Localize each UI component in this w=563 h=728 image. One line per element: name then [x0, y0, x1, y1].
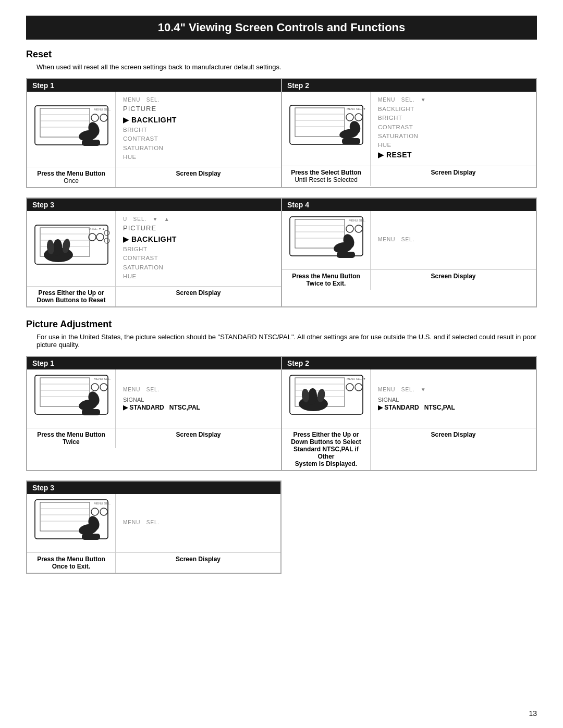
- reset-step-1-header: Step 1: [27, 79, 281, 92]
- reset-step-4-header: Step 4: [282, 199, 536, 211]
- reset-step-2-caption-sub: Until Reset is Selected: [295, 176, 358, 183]
- picture-step-2-caption-left: Press Either the Up or Down Buttons to S…: [282, 428, 371, 470]
- reset-step-2-header: Step 2: [282, 79, 536, 92]
- reset-step-1-display: MENU SEL. PICTURE BACKLIGHT BRIGHT CONTR…: [116, 92, 281, 167]
- svg-text:MENU  SEL.  ▼: MENU SEL. ▼: [347, 377, 365, 380]
- reset-step-1-caption-right: Screen Display: [116, 167, 281, 187]
- svg-point-42: [346, 225, 353, 232]
- picture-step-1-signal-selected: ▶ STANDARD NTSC,PAL: [123, 404, 274, 411]
- reset-step-2-bottom: Press the Select Button Until Reset is S…: [282, 166, 536, 186]
- reset-step-2-display: MENU SEL. ▼ BACKLIGHT BRIGHT CONTRAST SA…: [371, 92, 536, 166]
- reset-steps-row2: Step 3 U SEL. ▼ ▲: [26, 198, 537, 307]
- picture-step-1-caption-right: Screen Display: [116, 428, 281, 448]
- reset-step-2-content: MENU SEL. ▼ MENU SEL. ▼ BACKLIGHT BRIGHT…: [282, 92, 536, 166]
- picture-step-2-caption-line4: System is Displayed.: [295, 460, 357, 467]
- picture-step-3-hand: MENU SEL.: [27, 494, 116, 552]
- page-title: 10.4" Viewing Screen Controls and Functi…: [26, 16, 537, 40]
- picture-step-3-content: MENU SEL. MENU SEL.: [27, 494, 280, 552]
- reset-step-3: Step 3 U SEL. ▼ ▲: [27, 198, 282, 307]
- device-hand-svg-p3: MENU SEL.: [32, 497, 111, 549]
- reset-step-2-item-contrast: CONTRAST: [378, 123, 529, 132]
- svg-rect-12: [295, 108, 345, 137]
- picture-step-3-caption-sub: Once to Exit.: [52, 563, 90, 570]
- reset-step-1: Step 1 MENU SEL.: [27, 79, 282, 188]
- reset-step-4-caption-left: Press the Menu Button Twice to Exit.: [282, 270, 371, 290]
- picture-step-2-header: Step 2: [282, 357, 536, 369]
- picture-step-3-screen-label: Screen Display: [176, 556, 221, 563]
- picture-step-3-bottom: Press the Menu Button Once to Exit. Scre…: [27, 552, 280, 573]
- svg-rect-57: [82, 409, 100, 415]
- device-hand-svg-3: U SEL. ▼ ▲: [32, 223, 111, 275]
- picture-step-3-header: Step 3: [27, 482, 280, 494]
- reset-step-1-item-hue: HUE: [123, 153, 274, 162]
- reset-step-1-caption-main: Press the Menu Button: [37, 170, 105, 177]
- picture-steps-row2: Step 3 MENU SEL.: [26, 480, 282, 574]
- svg-point-18: [355, 114, 362, 121]
- reset-step-3-bottom: Press Either the Up or Down Buttons to R…: [27, 286, 281, 306]
- reset-step-3-hand: U SEL. ▼ ▲: [27, 211, 116, 286]
- picture-steps-row1: Step 1 MENU SEL.: [26, 356, 537, 471]
- reset-step-3-caption-sub: Down Buttons to Reset: [37, 297, 106, 304]
- reset-step-1-bottom: Press the Menu Button Once Screen Displa…: [27, 167, 281, 187]
- reset-step-3-item-backlight: BACKLIGHT: [123, 234, 274, 245]
- reset-step-2-screen-label: Screen Display: [431, 169, 475, 176]
- svg-point-7: [100, 114, 107, 121]
- picture-step-2-caption-line2: Down Buttons to Select: [291, 438, 361, 446]
- reset-step-3-screen-label: Screen Display: [176, 289, 221, 297]
- reset-step-3-display: U SEL. ▼ ▲ PICTURE BACKLIGHT BRIGHT CONT…: [116, 211, 281, 286]
- picture-step-2-screen-label: Screen Display: [431, 431, 475, 438]
- reset-step-1-menu-title: PICTURE: [123, 105, 274, 113]
- reset-step-1-content: MENU SEL. MENU SEL. PICTURE BACKLIGHT BR…: [27, 92, 281, 167]
- svg-rect-21: [342, 138, 360, 144]
- reset-step-4-screen-label: Screen Display: [431, 273, 475, 280]
- svg-text:MENU  SEL.: MENU SEL.: [94, 108, 111, 111]
- picture-step-1-content: MENU SEL. MENU SEL. SIGNAL ▶ STANDARD NT…: [27, 369, 281, 428]
- reset-step-2: Step 2 MENU SEL. ▼: [282, 79, 536, 188]
- svg-text:MENU  SEL.  ▼: MENU SEL. ▼: [347, 107, 365, 110]
- svg-rect-10: [82, 140, 100, 146]
- svg-point-6: [91, 114, 99, 121]
- reset-step-3-caption-main: Press Either the Up or: [38, 289, 104, 297]
- reset-step-3-content: U SEL. ▼ ▲ U SEL. ▼ ▲ PIC: [27, 211, 281, 286]
- picture-step-3: Step 3 MENU SEL.: [27, 481, 281, 573]
- reset-step-4: Step 4 MENU SEL.: [282, 198, 536, 307]
- picture-step-2-hand: MENU SEL. ▼: [282, 369, 371, 428]
- svg-rect-36: [290, 217, 363, 256]
- reset-section-title: Reset: [26, 49, 537, 60]
- device-hand-svg-p2: MENU SEL. ▼: [287, 373, 365, 425]
- reset-step-2-caption-main: Press the Select Button: [291, 169, 361, 176]
- picture-step-1-hand: MENU SEL.: [27, 369, 116, 428]
- reset-step-1-caption-left: Press the Menu Button Once: [27, 167, 116, 187]
- picture-step-2-display: MENU SEL. ▼ SIGNAL ▶ STANDARD NTSC,PAL: [371, 369, 536, 428]
- reset-step-1-item-contrast: CONTRAST: [123, 134, 274, 143]
- picture-step-1-screen-label: Screen Display: [176, 431, 221, 438]
- reset-step-2-caption-right: Screen Display: [371, 166, 536, 186]
- picture-step-3-caption-left: Press the Menu Button Once to Exit.: [27, 553, 116, 573]
- svg-point-64: [346, 384, 353, 391]
- picture-step-1-signal-label: SIGNAL: [123, 397, 274, 403]
- svg-rect-37: [295, 219, 345, 248]
- reset-step-3-item-contrast: CONTRAST: [123, 254, 274, 263]
- device-hand-svg-4: MENU SEL.: [287, 214, 365, 266]
- svg-rect-80: [82, 534, 100, 540]
- reset-step-1-screen-label: Screen Display: [176, 170, 221, 177]
- device-hand-svg-p1: MENU SEL.: [32, 373, 111, 425]
- picture-section-desc: For use in the United States, the pictur…: [36, 333, 537, 349]
- reset-step-4-caption-main: Press the Menu Button: [292, 273, 360, 280]
- page-number: 13: [529, 709, 537, 718]
- svg-point-31: [104, 238, 109, 243]
- picture-step-2-caption-line3: Standard NTSC,PAL if Other: [293, 446, 359, 460]
- reset-step-3-header: Step 3: [27, 199, 281, 211]
- svg-point-77: [100, 508, 107, 515]
- svg-rect-58: [290, 375, 363, 414]
- reset-step-2-hand: MENU SEL. ▼: [282, 92, 371, 166]
- reset-step-4-menu-label: MENU SEL.: [378, 237, 529, 242]
- reset-step-4-caption-sub: Twice to Exit.: [307, 280, 346, 287]
- picture-step-1-header: Step 1: [27, 357, 281, 369]
- reset-step-4-hand: MENU SEL.: [282, 211, 371, 269]
- reset-step-2-item-bright: BRIGHT: [378, 114, 529, 122]
- picture-step-3-menu-label: MENU SEL.: [123, 520, 273, 525]
- svg-text:MENU  SEL.: MENU SEL.: [349, 219, 365, 222]
- picture-step-2: Step 2 MENU SEL. ▼: [282, 356, 536, 471]
- reset-step-3-menu-title: PICTURE: [123, 224, 274, 232]
